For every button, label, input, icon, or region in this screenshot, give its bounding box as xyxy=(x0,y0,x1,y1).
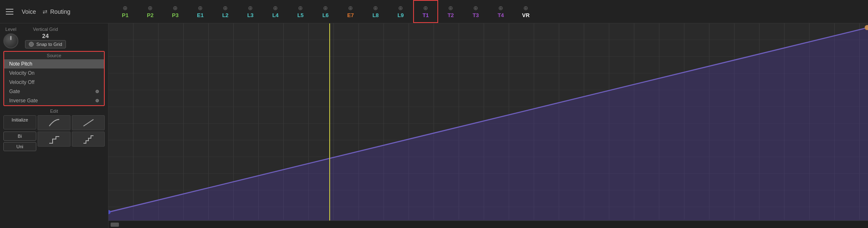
source-item-velocity-on[interactable]: Velocity On xyxy=(4,68,104,78)
move-icon-p2: ⊕ xyxy=(148,5,153,11)
level-knob[interactable] xyxy=(3,33,18,48)
move-icon-l6: ⊕ xyxy=(323,5,328,11)
channel-tab-l6[interactable]: ⊕ L6 xyxy=(313,0,338,23)
initialize-button[interactable]: Initialize xyxy=(3,115,36,129)
move-icon-e1: ⊕ xyxy=(198,5,203,11)
edit-section: Edit Initialize Bi Uni xyxy=(3,109,105,151)
level-label: Level xyxy=(5,27,16,32)
source-item-inverse-gate[interactable]: Inverse Gate xyxy=(4,96,104,105)
channel-tab-l3[interactable]: ⊕ L3 xyxy=(238,0,263,23)
channel-tab-p2[interactable]: ⊕ P2 xyxy=(138,0,163,23)
source-item-label: Velocity On xyxy=(9,70,35,76)
channel-tab-t3[interactable]: ⊕ T3 xyxy=(463,0,488,23)
top-bar-left: Voice ⇄ Routing xyxy=(4,7,113,16)
move-icon-l3: ⊕ xyxy=(248,5,253,11)
routing-label: Routing xyxy=(50,8,70,15)
channel-tab-e7[interactable]: ⊕ E7 xyxy=(338,0,363,23)
move-icon-l5: ⊕ xyxy=(298,5,303,11)
vertical-grid-section: Vertical Grid 24 Snap to Grid xyxy=(25,27,66,48)
tab-label-e1: E1 xyxy=(197,12,204,18)
step-curve2-button[interactable] xyxy=(72,132,105,147)
channel-tab-l4[interactable]: ⊕ L4 xyxy=(263,0,288,23)
channel-tab-l8[interactable]: ⊕ L8 xyxy=(363,0,388,23)
move-icon-t4: ⊕ xyxy=(498,5,503,11)
scroll-bar[interactable] xyxy=(108,220,868,228)
tab-label-p1: P1 xyxy=(122,12,129,18)
channel-tab-p1[interactable]: ⊕ P1 xyxy=(113,0,138,23)
source-radio xyxy=(96,90,99,93)
level-section: Level xyxy=(3,27,18,48)
move-icon-l2: ⊕ xyxy=(223,5,228,11)
source-item-label: Note Pitch xyxy=(9,61,32,67)
vertical-grid-value: 24 xyxy=(42,33,49,39)
source-radio xyxy=(96,99,99,102)
source-item-gate[interactable]: Gate xyxy=(4,87,104,96)
svg-marker-0 xyxy=(108,28,868,220)
move-icon-l9: ⊕ xyxy=(398,5,403,11)
uni-button[interactable]: Uni xyxy=(3,142,36,151)
main-content: Level Vertical Grid 24 Snap to Grid Sour… xyxy=(0,23,868,228)
channel-tab-p3[interactable]: ⊕ P3 xyxy=(163,0,188,23)
source-header: Source xyxy=(4,52,104,59)
tab-label-e7: E7 xyxy=(347,12,354,18)
move-icon-t3: ⊕ xyxy=(473,5,478,11)
routing-icon: ⇄ xyxy=(43,8,48,15)
envelope-curve xyxy=(108,23,868,220)
move-icon-l4: ⊕ xyxy=(273,5,278,11)
curve-smooth-button[interactable] xyxy=(38,115,71,130)
vertical-grid-label: Vertical Grid xyxy=(33,27,58,32)
curve-linear-button[interactable] xyxy=(72,115,105,130)
channel-tab-l5[interactable]: ⊕ L5 xyxy=(288,0,313,23)
channel-tab-t4[interactable]: ⊕ T4 xyxy=(488,0,513,23)
edit-buttons: Initialize Bi Uni xyxy=(3,115,105,151)
edit-label: Edit xyxy=(3,109,105,114)
move-icon-t2: ⊕ xyxy=(448,5,453,11)
channel-tab-l9[interactable]: ⊕ L9 xyxy=(388,0,413,23)
source-dropdown: SourceNote PitchVelocity OnVelocity OffG… xyxy=(3,51,105,106)
tab-label-t2: T2 xyxy=(447,12,454,18)
tab-label-vr: VR xyxy=(522,12,530,18)
tab-label-t1: T1 xyxy=(422,12,429,18)
source-item-velocity-off[interactable]: Velocity Off xyxy=(4,78,104,87)
tab-label-l5: L5 xyxy=(297,12,303,18)
move-icon-p3: ⊕ xyxy=(173,5,178,11)
tab-label-l9: L9 xyxy=(397,12,404,18)
bi-button[interactable]: Bi xyxy=(3,132,36,141)
channel-tab-t1[interactable]: ⊕ T1 xyxy=(413,0,438,23)
tab-label-l2: L2 xyxy=(222,12,228,18)
snap-to-grid-button[interactable]: Snap to Grid xyxy=(25,40,66,48)
move-icon-vr: ⊕ xyxy=(523,5,528,11)
channel-tab-e1[interactable]: ⊕ E1 xyxy=(188,0,213,23)
tab-label-t3: T3 xyxy=(472,12,479,18)
channel-tab-l2[interactable]: ⊕ L2 xyxy=(213,0,238,23)
move-icon-t1: ⊕ xyxy=(423,5,428,11)
channel-tabs: ⊕ P1 ⊕ P2 ⊕ P3 ⊕ E1 ⊕ L2 ⊕ L3 ⊕ L4 ⊕ L5 … xyxy=(113,0,864,23)
move-icon-e7: ⊕ xyxy=(348,5,353,11)
canvas-area xyxy=(108,23,868,228)
snap-to-grid-label: Snap to Grid xyxy=(36,42,62,47)
level-row: Level Vertical Grid 24 Snap to Grid xyxy=(3,27,105,48)
channel-tab-t2[interactable]: ⊕ T2 xyxy=(438,0,463,23)
snap-icon xyxy=(29,42,34,47)
tab-label-t4: T4 xyxy=(497,12,504,18)
step-curve-button[interactable] xyxy=(38,132,71,147)
move-icon-l8: ⊕ xyxy=(373,5,378,11)
source-item-note-pitch[interactable]: Note Pitch xyxy=(4,59,104,68)
voice-label: Voice xyxy=(22,8,36,15)
tab-label-l6: L6 xyxy=(322,12,328,18)
tab-label-l3: L3 xyxy=(247,12,253,18)
channel-tab-vr[interactable]: ⊕ VR xyxy=(513,0,538,23)
tab-label-p2: P2 xyxy=(147,12,154,18)
tab-label-l4: L4 xyxy=(272,12,278,18)
move-icon-p1: ⊕ xyxy=(123,5,128,11)
source-item-label: Velocity Off xyxy=(9,79,34,85)
source-item-label: Inverse Gate xyxy=(9,98,38,104)
tab-label-l8: L8 xyxy=(372,12,378,18)
scroll-thumb[interactable] xyxy=(111,223,119,227)
tab-label-p3: P3 xyxy=(172,12,179,18)
hamburger-menu[interactable] xyxy=(4,7,15,16)
left-panel: Level Vertical Grid 24 Snap to Grid Sour… xyxy=(0,23,108,228)
source-item-label: Gate xyxy=(9,89,20,94)
top-bar: Voice ⇄ Routing ⊕ P1 ⊕ P2 ⊕ P3 ⊕ E1 ⊕ L2… xyxy=(0,0,868,23)
routing-section[interactable]: ⇄ Routing xyxy=(43,8,70,15)
